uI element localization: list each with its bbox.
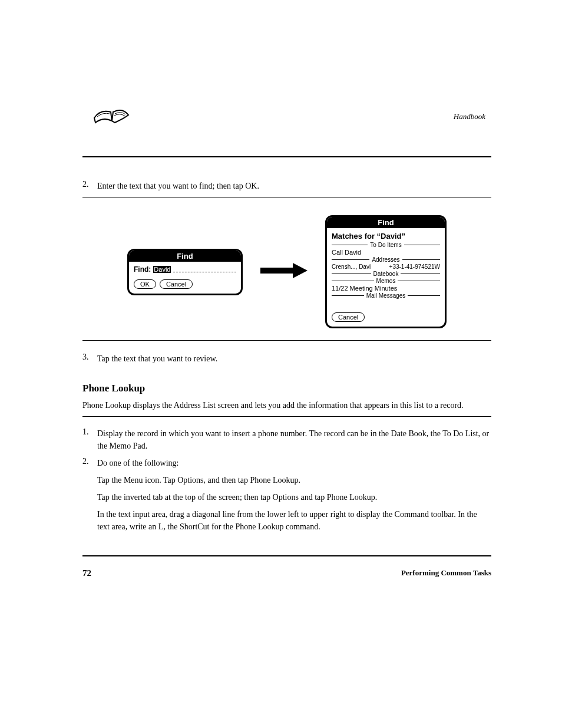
section-todo: To Do Items xyxy=(332,242,440,248)
step-3: 3. Tap the text that you want to review. xyxy=(82,353,491,365)
matches-header: Matches for “David” xyxy=(332,232,440,241)
section-mail: Mail Messages xyxy=(332,292,440,299)
ok-button[interactable]: OK xyxy=(134,279,156,289)
handbook-reference: Handbook xyxy=(454,112,485,121)
step-number: 1. xyxy=(82,427,97,437)
input-underline xyxy=(173,266,236,272)
find-results-dialog: Find Matches for “David” To Do Items Cal… xyxy=(325,215,447,328)
book-icon xyxy=(88,94,135,132)
svg-marker-1 xyxy=(293,263,308,278)
dialog-title: Find xyxy=(327,217,445,228)
step-text: Tap the text that you want to review. xyxy=(97,353,491,365)
step-text: Display the record in which you want to … xyxy=(97,427,491,452)
cancel-button[interactable]: Cancel xyxy=(160,279,193,289)
pl-step-2: 2. Do one of the following: xyxy=(82,457,491,469)
find-input[interactable]: David xyxy=(153,266,171,273)
section-datebook: Datebook xyxy=(332,271,440,277)
step-text: Do one of the following: xyxy=(97,457,491,469)
find-label: Find: xyxy=(134,265,151,274)
result-item-todo[interactable]: Call David xyxy=(332,249,440,256)
step-number: 2. xyxy=(82,180,97,189)
svg-rect-0 xyxy=(260,268,293,274)
phone-lookup-heading: Phone Lookup xyxy=(82,383,491,394)
result-item-memo[interactable]: 11/22 Meeting Minutes xyxy=(332,285,440,292)
phone-lookup-intro: Phone Lookup displays the Address List s… xyxy=(82,399,491,411)
step-text: Enter the text that you want to find; th… xyxy=(97,180,491,192)
section-memos: Memos xyxy=(332,278,440,284)
dialog-title: Find xyxy=(129,251,241,262)
option-b: Tap the inverted tab at the top of the s… xyxy=(97,491,491,503)
result-item-address[interactable]: Crensh..., Davi +33-1-41-974521W xyxy=(332,263,440,270)
option-c: In the text input area, drag a diagonal … xyxy=(97,508,491,533)
step-2: 2. Enter the text that you want to find;… xyxy=(82,180,491,192)
find-dialog: Find Find: David OK Cancel xyxy=(127,249,243,295)
cancel-button[interactable]: Cancel xyxy=(332,312,365,322)
footer-text: Performing Common Tasks xyxy=(401,568,491,578)
option-a: Tap the Menu icon. Tap Options, and then… xyxy=(97,474,491,486)
section-addresses: Addresses xyxy=(332,256,440,263)
page-number: 72 xyxy=(82,568,91,578)
pl-step-1: 1. Display the record in which you want … xyxy=(82,427,491,452)
step-number: 2. xyxy=(82,457,97,466)
arrow-icon xyxy=(260,262,308,282)
step-number: 3. xyxy=(82,353,97,362)
